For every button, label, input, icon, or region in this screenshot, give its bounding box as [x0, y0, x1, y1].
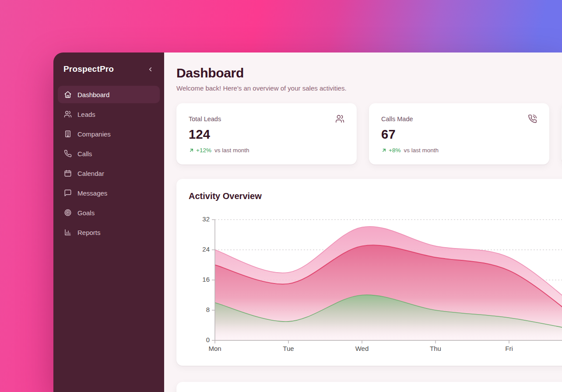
svg-text:Mon: Mon: [208, 345, 221, 352]
phone-call-icon: [528, 114, 537, 123]
svg-text:Thu: Thu: [430, 345, 441, 352]
svg-text:Tue: Tue: [283, 345, 294, 352]
trend-value: +12%: [196, 147, 211, 154]
sidebar-item-label: Messages: [77, 189, 107, 197]
app-window: ProspectPro Dashboard Leads Companies Ca…: [53, 52, 562, 392]
stat-label: Total Leads: [189, 114, 221, 122]
svg-text:24: 24: [202, 245, 210, 253]
target-icon: [64, 209, 72, 217]
bar-chart-icon: [64, 228, 72, 236]
trend-up-icon: [381, 147, 387, 153]
message-icon: [64, 189, 72, 197]
trend-value: +8%: [389, 147, 400, 154]
stat-cards-row: Total Leads 124 +12% vs last month Calls…: [176, 103, 562, 164]
calendar-icon: [64, 169, 72, 177]
sidebar-item-dashboard[interactable]: Dashboard: [58, 86, 160, 103]
app-logo: ProspectPro: [63, 64, 114, 74]
activity-overview-card: Activity Overview 08162432MonTueWedThuFr…: [176, 179, 562, 366]
sidebar-item-label: Reports: [77, 229, 101, 236]
sidebar-header: ProspectPro: [53, 52, 164, 74]
svg-text:32: 32: [202, 215, 210, 223]
bottom-card-partial-clipped: [176, 382, 562, 392]
home-icon: [64, 91, 72, 98]
sidebar-item-label: Companies: [77, 130, 111, 138]
svg-text:Wed: Wed: [355, 345, 369, 352]
stat-trend: +12% vs last month: [189, 147, 344, 154]
activity-area-chart: 08162432MonTueWedThuFri: [189, 213, 562, 358]
sidebar-item-label: Calendar: [77, 170, 104, 177]
stat-label: Calls Made: [381, 114, 413, 122]
sidebar-item-companies[interactable]: Companies: [58, 125, 160, 143]
sidebar-item-calendar[interactable]: Calendar: [58, 164, 160, 182]
trend-up-icon: [189, 147, 194, 153]
sidebar-item-goals[interactable]: Goals: [58, 204, 160, 221]
page-title: Dashboard: [176, 66, 562, 80]
stat-value: 67: [381, 127, 537, 142]
sidebar-item-calls[interactable]: Calls: [58, 145, 160, 162]
sidebar-item-label: Goals: [77, 209, 95, 217]
users-icon: [64, 110, 72, 118]
svg-text:16: 16: [202, 276, 210, 283]
sidebar-item-messages[interactable]: Messages: [58, 184, 160, 202]
chevron-left-icon: [147, 66, 154, 73]
stat-trend: +8% vs last month: [381, 147, 537, 154]
users-icon: [335, 114, 344, 123]
sidebar-item-label: Leads: [77, 111, 95, 118]
building-icon: [64, 130, 72, 138]
chart-title: Activity Overview: [189, 191, 562, 201]
page-subtitle: Welcome back! Here's an overview of your…: [176, 84, 562, 92]
stat-card-total-leads: Total Leads 124 +12% vs last month: [176, 103, 357, 164]
svg-text:0: 0: [206, 336, 210, 343]
sidebar-item-reports[interactable]: Reports: [58, 224, 160, 241]
stat-value: 124: [189, 127, 344, 142]
sidebar-item-label: Dashboard: [77, 91, 109, 98]
svg-text:8: 8: [206, 306, 210, 313]
sidebar-item-label: Calls: [77, 150, 92, 158]
sidebar-item-leads[interactable]: Leads: [58, 105, 160, 123]
sidebar: ProspectPro Dashboard Leads Companies Ca…: [53, 52, 164, 392]
main-content: Dashboard Welcome back! Here's an overvi…: [164, 52, 562, 392]
phone-icon: [64, 150, 72, 158]
sidebar-nav: Dashboard Leads Companies Calls Calendar…: [53, 86, 164, 241]
trend-label: vs last month: [404, 147, 439, 154]
svg-text:Fri: Fri: [505, 345, 513, 352]
stat-card-calls-made: Calls Made 67 +8% vs last month: [369, 103, 549, 164]
collapse-sidebar-button[interactable]: [146, 65, 155, 74]
trend-label: vs last month: [214, 147, 249, 154]
